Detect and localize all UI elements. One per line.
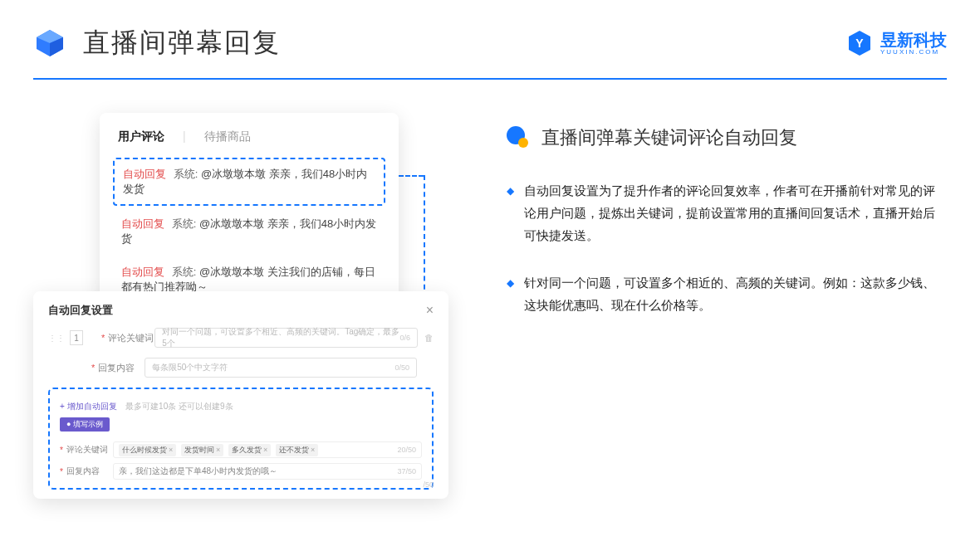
comment-row: 自动回复 系统: @冰墩墩本墩 亲亲，我们48小时内发货 <box>113 209 385 254</box>
tab-user-comments[interactable]: 用户评论 <box>118 129 164 144</box>
required-star: * <box>101 333 105 343</box>
keyword-row: ⋮⋮ 1 * 评论关键词 对同一个问题，可设置多个相近、高频的关键词。Tag确定… <box>48 328 434 348</box>
example-keyword-row: * 评论关键词 什么时候发货× 发货时间× 多久发货× 还不发货× 20/50 <box>60 441 422 458</box>
outside-count: /50 <box>423 480 434 489</box>
reply-count: 0/50 <box>394 363 409 372</box>
page-title: 直播间弹幕回复 <box>83 25 281 61</box>
settings-modal: 自动回复设置 × ⋮⋮ 1 * 评论关键词 对同一个问题，可设置多个相近、高频的… <box>33 291 448 499</box>
reply-label: 回复内容 <box>98 362 145 374</box>
example-reply-count: 37/50 <box>397 467 416 475</box>
auto-reply-tag: 自动回复 <box>121 217 164 230</box>
keyword-token[interactable]: 发货时间× <box>181 444 223 456</box>
example-reply-value: 亲，我们这边都是下单48小时内发货的哦～ <box>119 466 277 477</box>
keyword-token[interactable]: 什么时候发货× <box>119 444 176 456</box>
example-box: + 增加自动回复 最多可建10条 还可以创建9条 ● 填写示例 * 评论关键词 … <box>48 388 434 490</box>
diamond-icon: ◆ <box>507 275 514 316</box>
section-heading: 直播间弹幕关键词评论自动回复 <box>507 125 947 150</box>
required-star: * <box>60 467 63 476</box>
tab-divider: | <box>183 129 186 144</box>
system-label: 系统: <box>172 266 197 278</box>
brand-logo-icon: Y <box>845 29 874 57</box>
row-index: 1 <box>70 330 83 345</box>
add-auto-reply-link[interactable]: + 增加自动回复 <box>60 402 117 411</box>
svg-text:Y: Y <box>855 37 864 50</box>
bullet-item: ◆ 针对同一个问题，可设置多个相近的、高频的关键词。例如：这款多少钱、这块能优惠… <box>507 271 947 316</box>
example-keyword-label: 评论关键词 <box>66 444 113 456</box>
delete-icon[interactable]: 🗑 <box>424 333 434 343</box>
highlighted-comment: 自动回复 系统: @冰墩墩本墩 亲亲，我们48小时内发货 <box>113 158 385 206</box>
brand-block: Y 昱新科技 YUUXIN.COM <box>845 29 947 57</box>
required-star: * <box>91 363 95 373</box>
auto-reply-tag: 自动回复 <box>121 266 164 278</box>
keyword-token[interactable]: 还不发货× <box>276 444 318 456</box>
brand-sub: YUUXIN.COM <box>880 48 947 56</box>
example-reply-row: * 回复内容 亲，我们这边都是下单48小时内发货的哦～ 37/50 <box>60 463 422 480</box>
example-reply-label: 回复内容 <box>66 466 113 477</box>
diamond-icon: ◆ <box>507 183 514 246</box>
keyword-count: 0/6 <box>399 334 410 342</box>
auto-reply-tag: 自动回复 <box>123 168 166 180</box>
section-icon <box>507 126 530 149</box>
brand-name: 昱新科技 <box>880 32 947 48</box>
cube-icon <box>33 27 66 60</box>
comments-card: 用户评论 | 待播商品 自动回复 系统: @冰墩墩本墩 亲亲，我们48小时内发货… <box>100 113 399 300</box>
add-hint: 最多可建10条 还可以创建9条 <box>125 402 233 411</box>
required-star: * <box>60 446 63 455</box>
reply-input[interactable]: 每条限50个中文字符 0/50 <box>145 358 417 378</box>
system-label: 系统: <box>174 168 198 180</box>
reply-row: * 回复内容 每条限50个中文字符 0/50 <box>48 358 434 378</box>
tabs-row: 用户评论 | 待播商品 <box>100 129 399 154</box>
system-label: 系统: <box>172 217 197 230</box>
keyword-placeholder: 对同一个问题，可设置多个相近、高频的关键词。Tag确定，最多5个 <box>162 326 399 349</box>
reply-placeholder: 每条限50个中文字符 <box>152 362 228 373</box>
example-keyword-count: 20/50 <box>397 446 416 454</box>
keyword-input[interactable]: 对同一个问题，可设置多个相近、高频的关键词。Tag确定，最多5个 0/6 <box>154 328 418 348</box>
connector-line <box>399 175 424 177</box>
keyword-label: 评论关键词 <box>108 332 154 344</box>
bullet-text: 自动回复设置为了提升作者的评论回复效率，作者可在开播前针对常见的评论用户问题，提… <box>524 179 947 246</box>
keyword-token[interactable]: 多久发货× <box>228 444 271 456</box>
bullet-item: ◆ 自动回复设置为了提升作者的评论回复效率，作者可在开播前针对常见的评论用户问题… <box>507 179 947 246</box>
close-icon[interactable]: × <box>426 303 434 318</box>
modal-title: 自动回复设置 <box>48 303 113 318</box>
page-header: 直播间弹幕回复 Y 昱新科技 YUUXIN.COM <box>0 0 980 61</box>
drag-handle-icon[interactable]: ⋮⋮ <box>48 334 65 343</box>
example-badge: ● 填写示例 <box>60 417 110 432</box>
section-title: 直播间弹幕关键词评论自动回复 <box>541 125 797 150</box>
bullet-text: 针对同一个问题，可设置多个相近的、高频的关键词。例如：这款多少钱、这块能优惠吗、… <box>524 271 947 316</box>
token-container: 什么时候发货× 发货时间× 多久发货× 还不发货× <box>119 444 321 456</box>
tab-pending-goods[interactable]: 待播商品 <box>204 129 251 144</box>
